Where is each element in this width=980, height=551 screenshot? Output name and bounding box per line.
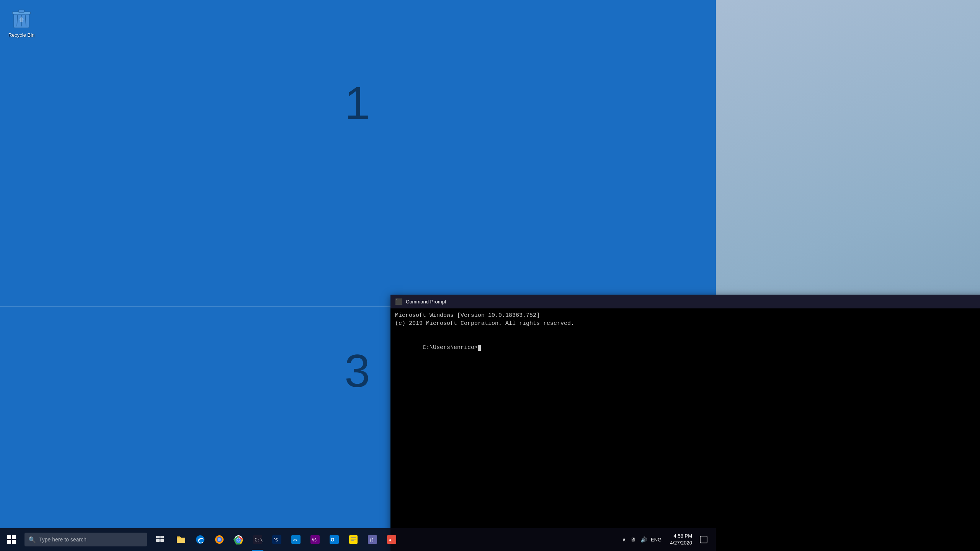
monitor1-number: 1 bbox=[345, 77, 370, 129]
svg-rect-5 bbox=[18, 10, 24, 12]
svg-rect-38 bbox=[387, 535, 396, 544]
tray-icons: ∧ 🖥 🔊 bbox=[621, 536, 648, 543]
taskbar-firefox[interactable] bbox=[210, 528, 229, 551]
cmd-cursor bbox=[478, 345, 481, 351]
svg-text:C:\: C:\ bbox=[255, 537, 263, 543]
taskbar-store[interactable]: ♦ bbox=[382, 528, 401, 551]
svg-point-21 bbox=[237, 538, 240, 541]
taskbar-vs-enterprise[interactable]: VS bbox=[305, 528, 325, 551]
start-button[interactable] bbox=[0, 528, 23, 551]
taskbar-vscode-blue[interactable]: <> bbox=[286, 528, 305, 551]
clock-date: 4/27/2020 bbox=[670, 540, 692, 546]
taskbar-file-explorer[interactable] bbox=[172, 528, 191, 551]
cmd-prompt-line[interactable]: C:\Users\enrico> bbox=[395, 336, 980, 360]
desktop: 1 3 Recycle Bin bbox=[0, 0, 980, 551]
svg-rect-7 bbox=[12, 535, 16, 539]
svg-rect-13 bbox=[160, 539, 164, 542]
svg-rect-11 bbox=[160, 536, 164, 538]
recycle-bin-icon[interactable]: Recycle Bin bbox=[6, 6, 37, 38]
cmd-titlebar[interactable]: ⬛ Command Prompt ─ □ ✕ bbox=[390, 295, 980, 308]
svg-point-14 bbox=[196, 535, 204, 544]
taskbar-edge[interactable] bbox=[191, 528, 210, 551]
cmd-line-1: Microsoft Windows [Version 10.0.18363.75… bbox=[395, 311, 980, 320]
cmd-line-2: (c) 2019 Microsoft Corporation. All righ… bbox=[395, 320, 980, 328]
system-clock[interactable]: 4:58 PM 4/27/2020 bbox=[667, 533, 695, 546]
system-tray: ∧ 🖥 🔊 ENG 4:58 PM 4/27/2020 bbox=[621, 528, 716, 551]
svg-rect-10 bbox=[156, 536, 160, 538]
svg-text:<>: <> bbox=[293, 538, 297, 542]
tray-expand-icon[interactable]: ∧ bbox=[621, 536, 627, 543]
search-icon: 🔍 bbox=[28, 536, 36, 543]
recycle-bin-image bbox=[9, 6, 34, 31]
taskbar-powershell[interactable]: PS bbox=[267, 528, 286, 551]
cmd-prompt-text: C:\Users\enrico> bbox=[423, 344, 478, 351]
svg-text:VS: VS bbox=[312, 538, 317, 542]
monitor-separator bbox=[0, 306, 390, 307]
svg-rect-9 bbox=[12, 540, 16, 544]
volume-icon[interactable]: 🔊 bbox=[639, 536, 648, 543]
taskbar-chrome[interactable] bbox=[229, 528, 248, 551]
clock-time: 4:58 PM bbox=[674, 533, 692, 540]
search-placeholder-text: Type here to search bbox=[39, 536, 87, 543]
svg-rect-40 bbox=[700, 536, 707, 543]
svg-text:O: O bbox=[331, 537, 334, 543]
taskbar: 🔍 Type here to search bbox=[0, 528, 716, 551]
taskbar-sticky-notes[interactable] bbox=[344, 528, 363, 551]
taskbar-search[interactable]: 🔍 Type here to search bbox=[24, 533, 147, 546]
taskbar-left: 🔍 Type here to search bbox=[0, 528, 621, 551]
taskbar-cmd[interactable]: C:\ bbox=[248, 528, 267, 551]
notification-button[interactable] bbox=[695, 528, 712, 551]
svg-rect-32 bbox=[349, 535, 358, 544]
svg-rect-6 bbox=[7, 535, 11, 539]
svg-rect-12 bbox=[156, 539, 160, 542]
cmd-prompt-window[interactable]: ⬛ Command Prompt ─ □ ✕ Microsoft Windows… bbox=[390, 295, 980, 551]
svg-text:{}: {} bbox=[369, 538, 374, 542]
svg-text:♦: ♦ bbox=[389, 537, 391, 543]
task-view-button[interactable] bbox=[149, 528, 172, 551]
svg-point-17 bbox=[218, 538, 221, 541]
monitor3-number: 3 bbox=[345, 344, 370, 397]
taskbar-dev-tools[interactable]: {} bbox=[363, 528, 382, 551]
cmd-line-3 bbox=[395, 328, 980, 336]
svg-text:PS: PS bbox=[273, 538, 278, 542]
language-indicator[interactable]: ENG bbox=[648, 537, 664, 543]
network-icon[interactable]: 🖥 bbox=[629, 536, 637, 543]
cmd-icon: ⬛ bbox=[395, 298, 403, 305]
cmd-title: Command Prompt bbox=[406, 299, 980, 305]
svg-rect-8 bbox=[7, 540, 11, 544]
taskbar-outlook[interactable]: O bbox=[325, 528, 344, 551]
recycle-bin-label: Recycle Bin bbox=[8, 32, 35, 38]
cmd-body[interactable]: Microsoft Windows [Version 10.0.18363.75… bbox=[390, 308, 980, 551]
